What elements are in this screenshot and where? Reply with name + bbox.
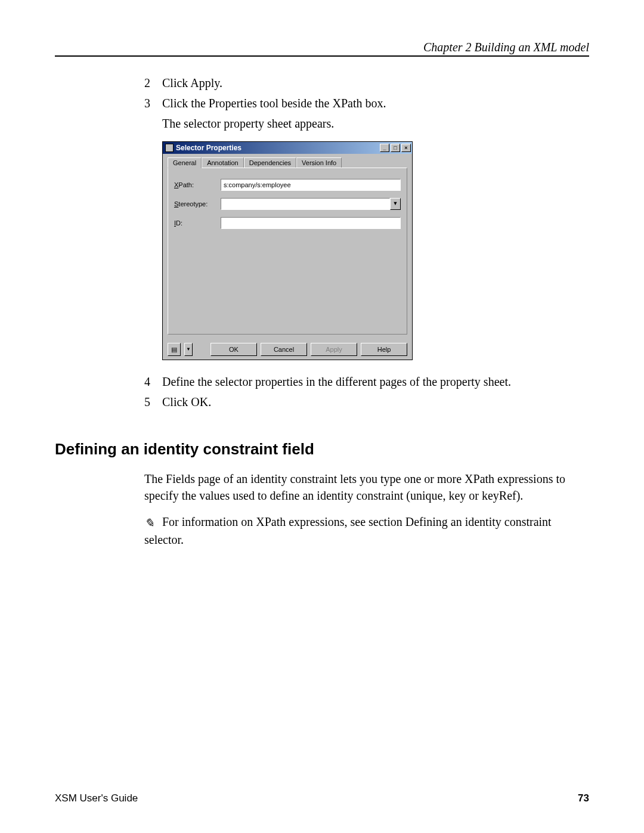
menu-dropdown-button[interactable]: ▼	[184, 343, 193, 356]
maximize-button[interactable]: □	[391, 144, 400, 152]
cancel-button[interactable]: Cancel	[261, 343, 307, 356]
section-paragraph-1: The Fields page of an identity constrain…	[144, 470, 589, 504]
step-5: 5 Click OK.	[144, 394, 589, 410]
tab-dependencies[interactable]: Dependencies	[244, 157, 296, 168]
stereotype-input[interactable]	[221, 198, 390, 210]
section-paragraph-note: ✎ For information on XPath expressions, …	[144, 513, 589, 548]
dialog-icon	[165, 144, 174, 152]
tab-general[interactable]: General	[168, 157, 202, 168]
note-icon: ✎	[144, 515, 154, 531]
xpath-input[interactable]	[221, 179, 401, 191]
help-button[interactable]: Help	[361, 343, 407, 356]
dialog-titlebar: Selector Properties _ □ ×	[163, 142, 412, 154]
step-number: 3	[144, 95, 162, 112]
ok-button[interactable]: OK	[210, 343, 257, 356]
dialog-tabs: General Annotation Dependencies Version …	[163, 154, 412, 168]
footer-page-number: 73	[578, 792, 589, 804]
section-heading: Defining an identity constraint field	[55, 440, 589, 459]
step-4: 4 Define the selector properties in the …	[144, 373, 589, 390]
step-number: 4	[144, 373, 162, 390]
chapter-title: Chapter 2 Building an XML model	[423, 41, 589, 54]
footer-guide-name: XSM User's Guide	[55, 792, 138, 804]
step-subtext: The selector property sheet appears.	[162, 115, 589, 132]
step-2: 2 Click Apply.	[144, 75, 589, 91]
id-label: ID:	[174, 219, 221, 227]
step-text: Click Apply.	[162, 75, 589, 91]
xpath-label: XPath:	[174, 181, 221, 188]
close-button[interactable]: ×	[401, 144, 411, 152]
stereotype-dropdown-button[interactable]: ▼	[390, 198, 401, 210]
step-text: Click the Properties tool beside the XPa…	[162, 95, 589, 112]
step-3: 3 Click the Properties tool beside the X…	[144, 95, 589, 112]
note-text: For information on XPath expressions, se…	[144, 515, 552, 546]
selector-properties-dialog: Selector Properties _ □ × General Annota…	[162, 141, 413, 360]
page-footer: XSM User's Guide 73	[55, 792, 589, 804]
dialog-title: Selector Properties	[176, 144, 379, 152]
tab-annotation[interactable]: Annotation	[202, 157, 244, 168]
stereotype-label: Stereotype:	[174, 200, 221, 208]
step-text: Define the selector properties in the di…	[162, 373, 589, 390]
step-number: 5	[144, 394, 162, 410]
apply-button[interactable]: Apply	[311, 343, 357, 356]
tab-panel-general: XPath: Stereotype: ▼ ID:	[168, 168, 407, 335]
tab-version-info[interactable]: Version Info	[296, 157, 342, 168]
step-text: Click OK.	[162, 394, 589, 410]
step-number: 2	[144, 75, 162, 91]
dialog-footer: ▤ ▼ OK Cancel Apply Help	[163, 339, 412, 360]
page-header: Chapter 2 Building an XML model	[55, 41, 589, 57]
menu-icon-button[interactable]: ▤	[168, 343, 181, 356]
minimize-button[interactable]: _	[380, 144, 389, 152]
id-input[interactable]	[221, 217, 401, 229]
